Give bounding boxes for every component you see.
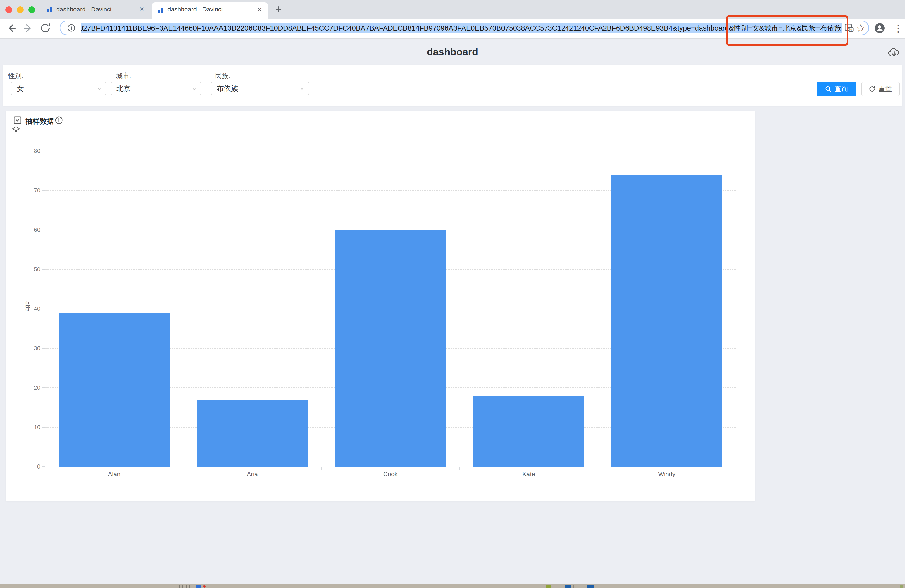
x-axis-tick [183, 468, 183, 470]
tab-title: dashboard - Davinci [167, 2, 246, 19]
x-axis-tick [736, 468, 736, 470]
y-tick-label: 30 [21, 345, 40, 352]
x-axis-tick [321, 468, 322, 470]
forward-icon[interactable] [22, 22, 34, 34]
city-select-value: 北京 [116, 82, 131, 95]
reload-icon[interactable] [40, 22, 51, 34]
x-axis-tick [45, 468, 45, 470]
browser-menu-kebab-icon[interactable]: ⋮ [893, 23, 903, 34]
ethnicity-select-value: 布依族 [217, 82, 238, 95]
search-icon [825, 86, 832, 92]
dock-app-icon[interactable] [546, 585, 551, 588]
y-tick-label: 60 [21, 227, 40, 233]
chart-plot: 01020304050607080AlanAriaCookKateWindy [6, 111, 755, 501]
bar-alan[interactable] [59, 313, 170, 467]
x-category-label: Alan [45, 471, 183, 478]
filter-label-city: 城市: [116, 71, 131, 81]
x-category-label: Cook [321, 471, 459, 478]
macos-dock-sliver[interactable] [0, 584, 905, 588]
y-tick-label: 10 [21, 424, 40, 431]
x-axis-line [42, 467, 736, 468]
site-info-icon[interactable] [67, 24, 75, 32]
page-title: dashboard [0, 46, 905, 58]
tab-close-icon[interactable]: × [257, 2, 262, 19]
tab-title: dashboard - Davinci [56, 0, 135, 19]
dock-app-icon[interactable] [900, 585, 903, 588]
tab-dashboard-1[interactable]: dashboard - Davinci × [41, 0, 150, 19]
dock-app-icon[interactable] [196, 585, 201, 588]
y-tick-label: 50 [21, 266, 40, 273]
url-scrolled-segment: )31C605B7C115040027BFD4101411BBE96F3AE14… [81, 23, 729, 33]
x-axis-tick [459, 468, 460, 470]
url-text-area[interactable]: )31C605B7C115040027BFD4101411BBE96F3AE14… [81, 22, 841, 34]
back-icon[interactable] [6, 22, 17, 34]
cloud-download-icon[interactable] [888, 47, 900, 58]
translate-icon[interactable]: G文 [845, 23, 854, 33]
reload-reset-icon [869, 86, 876, 92]
profile-avatar-icon[interactable] [874, 22, 886, 34]
ethnicity-select[interactable]: 布依族 [211, 82, 309, 95]
x-category-label: Windy [598, 471, 736, 478]
y-gridline [45, 151, 736, 151]
x-category-label: Aria [183, 471, 321, 478]
reset-button-label: 重置 [878, 84, 892, 94]
y-tick-label: 20 [21, 384, 40, 391]
svg-text:文: 文 [849, 28, 853, 32]
x-category-label: Kate [460, 471, 598, 478]
dock-app-icon[interactable] [565, 585, 571, 588]
chevron-down-icon [191, 86, 197, 92]
macos-minimize-button[interactable] [17, 6, 24, 13]
chevron-down-icon [299, 86, 305, 92]
macos-close-button[interactable] [5, 6, 12, 13]
y-axis-line [44, 151, 45, 467]
chevron-down-icon [96, 86, 102, 92]
query-button-label: 查询 [834, 84, 848, 94]
tab-dashboard-2[interactable]: dashboard - Davinci × [152, 2, 268, 19]
y-tick-label: 70 [21, 187, 40, 194]
url-params-segment: &性别=女&城市=北京&民族=布依族 [729, 23, 841, 33]
browser-window: { "colors": { "accent_blue": "#1890FF", … [0, 0, 905, 588]
reset-button[interactable]: 重置 [861, 82, 900, 96]
y-tick-label: 40 [21, 306, 40, 312]
y-tick-label: 80 [21, 147, 40, 154]
davinci-favicon-icon [157, 7, 164, 14]
tab-strip: dashboard - Davinci × dashboard - Davinc… [0, 0, 905, 19]
gender-select-value: 女 [17, 82, 24, 95]
bar-kate[interactable] [473, 396, 584, 467]
filter-label-ethnicity: 民族: [215, 71, 230, 81]
macos-zoom-button[interactable] [29, 6, 35, 13]
x-axis-tick [597, 468, 598, 470]
y-tick-label: 0 [21, 463, 40, 470]
davinci-favicon-icon [46, 6, 53, 13]
gender-select[interactable]: 女 [11, 82, 106, 95]
bookmark-star-icon[interactable]: ☆ [856, 22, 865, 33]
bar-windy[interactable] [611, 174, 722, 467]
query-button[interactable]: 查询 [816, 82, 856, 96]
dock-app-icon[interactable] [203, 585, 206, 588]
city-select[interactable]: 北京 [111, 82, 201, 95]
bar-aria[interactable] [197, 399, 308, 467]
widget-card-sample-data: 抽样数据 age 01020304050607080AlanAriaCookKa… [6, 111, 755, 501]
new-tab-button[interactable]: + [272, 2, 286, 17]
filter-label-gender: 性别: [8, 71, 23, 81]
tab-close-icon[interactable]: × [139, 0, 144, 19]
bar-cook[interactable] [335, 230, 446, 467]
